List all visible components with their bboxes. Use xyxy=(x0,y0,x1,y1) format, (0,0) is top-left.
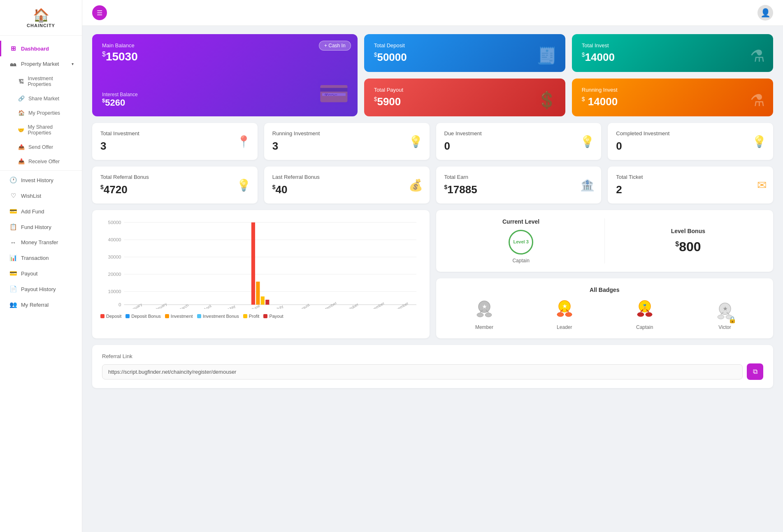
total-referral-bonus-label: Total Referral Bonus xyxy=(100,174,249,180)
badges-title: All Badges xyxy=(444,287,765,293)
legend-deposit-bonus: Deposit Bonus xyxy=(125,314,161,319)
balance-cards-row: + Cash In Main Balance $15030 Interest B… xyxy=(92,34,773,116)
legend-dot-deposit-bonus xyxy=(125,314,130,318)
running-investment-card: Running Investment 3 💡 xyxy=(264,123,430,160)
running-invest-label: Running Invest xyxy=(582,87,763,93)
chevron-icon: ▾ xyxy=(72,62,74,66)
sidebar-nav: ⊞ Dashboard 🏘 Property Market ▾ 🏗 Invest… xyxy=(0,36,82,317)
menu-button[interactable]: ☰ xyxy=(92,5,107,20)
sidebar-item-share-market[interactable]: 🔗 Share Market xyxy=(0,91,82,106)
sidebar-item-fund-history[interactable]: 📋 Fund History xyxy=(0,219,82,235)
total-deposit-amount: $50000 xyxy=(374,51,555,64)
investment-properties-icon: 🏗 xyxy=(18,79,25,85)
legend-profit: Profit xyxy=(243,314,260,319)
user-avatar[interactable]: 👤 xyxy=(757,5,773,21)
badges-card: All Badges ★ xyxy=(436,278,774,338)
deposit-icon: 🧾 xyxy=(537,46,557,65)
badge-leader: ★ Leader xyxy=(555,300,574,330)
my-referral-icon: 👥 xyxy=(9,301,17,308)
total-referral-bonus-card: Total Referral Bonus $4720 💡 xyxy=(92,167,258,204)
referral-copy-button[interactable]: ⧉ xyxy=(747,363,763,380)
due-investment-card: Due Investment 0 💡 xyxy=(436,123,602,160)
legend-investment-bonus: Investment Bonus xyxy=(197,314,239,319)
running-investment-icon: 💡 xyxy=(409,135,423,148)
money-transfer-icon: ↔ xyxy=(9,239,17,246)
wallet-icon: 💳 xyxy=(318,79,349,108)
sidebar-item-label: WishList xyxy=(21,193,41,199)
sidebar-item-label: My Shared Properties xyxy=(28,124,74,136)
running-investment-value: 3 xyxy=(272,140,421,153)
badge-captain: 🏅 Captain xyxy=(636,300,654,330)
total-earn-label: Total Earn xyxy=(444,174,593,180)
svg-text:★: ★ xyxy=(482,304,486,310)
svg-text:October: October xyxy=(344,302,360,309)
legend-dot-investment-bonus xyxy=(197,314,201,318)
sidebar-item-transaction[interactable]: 📊 Transaction xyxy=(0,250,82,266)
svg-text:February: February xyxy=(151,302,168,309)
sidebar-item-property-market[interactable]: 🏘 Property Market ▾ xyxy=(0,56,82,72)
chart-bar-payout xyxy=(265,300,269,305)
sidebar-item-label: Dashboard xyxy=(21,46,49,52)
svg-text:0: 0 xyxy=(118,303,121,307)
chart-bar-profit xyxy=(261,296,265,305)
svg-text:50000: 50000 xyxy=(108,220,121,225)
lock-icon: 🔒 xyxy=(728,316,737,324)
svg-point-39 xyxy=(646,312,652,317)
total-ticket-label: Total Ticket xyxy=(616,174,765,180)
referral-title: Referral Link xyxy=(102,353,763,359)
total-invest-amount: $14000 xyxy=(582,51,763,64)
level-badge: Level 3 xyxy=(509,230,533,254)
sidebar-item-wishlist[interactable]: ♡ WishList xyxy=(0,188,82,204)
svg-text:March: March xyxy=(177,303,190,309)
sidebar-item-receive-offer[interactable]: 📥 Receive Offer xyxy=(0,154,82,169)
total-investment-value: 3 xyxy=(100,140,249,153)
badge-victor: ★ 🔒 Victor xyxy=(716,302,734,330)
sidebar-item-money-transfer[interactable]: ↔ Money Transfer xyxy=(0,235,82,250)
info-cards-grid: Total Investment 3 📍 Running Investment … xyxy=(92,123,773,204)
legend-payout: Payout xyxy=(263,314,283,319)
sidebar-item-add-fund[interactable]: 💳 Add Fund xyxy=(0,204,82,219)
bottom-section: 0 10000 20000 30000 40000 50000 January … xyxy=(92,210,773,338)
referral-link-input[interactable] xyxy=(102,364,743,379)
sidebar-item-label: Send Offer xyxy=(28,144,53,150)
sidebar-item-label: Receive Offer xyxy=(28,159,60,164)
total-earn-value: $17885 xyxy=(444,183,593,196)
level-bonus-title: Level Bonus xyxy=(671,228,705,234)
total-invest-card: Total Invest $14000 ⚗ xyxy=(572,34,773,72)
level-name: Captain xyxy=(512,258,529,264)
sidebar-item-my-shared-properties[interactable]: 🤝 My Shared Properties xyxy=(0,120,82,140)
sidebar-item-label: Invest History xyxy=(21,177,53,183)
sidebar-item-dashboard[interactable]: ⊞ Dashboard xyxy=(0,41,82,56)
level-card: Current Level Level 3 Captain Level Bonu… xyxy=(436,210,774,272)
svg-text:40000: 40000 xyxy=(108,238,121,242)
sidebar-item-investment-properties[interactable]: 🏗 Investment Properties xyxy=(0,72,82,91)
svg-text:January: January xyxy=(128,302,143,309)
payout-stat-icon: 💲 xyxy=(537,90,557,110)
sidebar-item-payout[interactable]: 💳 Payout xyxy=(0,266,82,281)
legend-dot-payout xyxy=(263,314,267,318)
transaction-icon: 📊 xyxy=(9,254,17,261)
invest-history-icon: 🕐 xyxy=(9,176,17,184)
content-area: + Cash In Main Balance $15030 Interest B… xyxy=(82,26,783,532)
due-investment-label: Due Investment xyxy=(444,130,593,136)
last-referral-bonus-card: Last Referral Bonus $40 💰 xyxy=(264,167,430,204)
sidebar-item-send-offer[interactable]: 📤 Send Offer xyxy=(0,140,82,154)
sidebar-item-my-properties[interactable]: 🏠 My Properties xyxy=(0,106,82,120)
sidebar-item-my-referral[interactable]: 👥 My Referral xyxy=(0,297,82,312)
svg-text:August: August xyxy=(297,303,311,309)
chart-legend: Deposit Deposit Bonus Investment Investm… xyxy=(100,314,421,319)
share-market-icon: 🔗 xyxy=(18,95,25,102)
sidebar-item-label: Fund History xyxy=(21,224,51,230)
completed-investment-icon: 💡 xyxy=(752,135,767,148)
referral-bonus-icon: 💡 xyxy=(237,178,251,192)
bar-chart: 0 10000 20000 30000 40000 50000 January … xyxy=(100,218,421,309)
total-referral-bonus-value: $4720 xyxy=(100,183,249,196)
victor-badge-label: Victor xyxy=(718,324,731,330)
legend-investment: Investment xyxy=(165,314,193,319)
sidebar-item-payout-history[interactable]: 📄 Payout History xyxy=(0,281,82,297)
running-invest-icon: ⚗ xyxy=(750,91,765,110)
captain-badge-label: Captain xyxy=(636,324,653,330)
logo-icon: 🏠 xyxy=(33,7,49,23)
sidebar-item-invest-history[interactable]: 🕐 Invest History xyxy=(0,172,82,188)
due-investment-icon: 💡 xyxy=(580,135,595,148)
